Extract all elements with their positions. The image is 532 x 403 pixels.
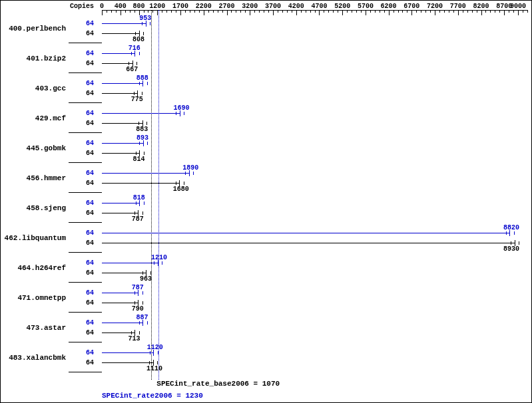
bar	[102, 23, 146, 24]
bar	[102, 53, 135, 54]
tick-minor	[477, 10, 477, 13]
error-cap	[142, 211, 143, 215]
tick-minor	[421, 10, 421, 13]
tick-major	[204, 10, 204, 15]
bar	[102, 93, 138, 94]
tick-minor	[236, 10, 236, 13]
tick-minor	[278, 10, 278, 13]
value-label: 787	[132, 284, 144, 291]
tick-minor	[264, 10, 264, 13]
error-cap	[150, 351, 150, 354]
tick-label: 0	[100, 3, 104, 10]
error-cap	[139, 142, 140, 145]
error-cap	[514, 231, 515, 235]
error-cap	[142, 92, 142, 95]
value-label: 953	[139, 15, 151, 22]
value-label: 716	[129, 45, 140, 52]
error-cap	[147, 321, 148, 325]
benchmark-name: 473.astar	[1, 324, 66, 332]
tick-minor	[453, 10, 454, 13]
benchmark-name: 400.perlbench	[1, 25, 66, 33]
ref-line-base	[151, 10, 152, 380]
copies-label: 64	[83, 150, 94, 157]
tick-minor	[301, 10, 302, 13]
copies-label: 64	[83, 359, 94, 366]
tick-minor	[130, 10, 131, 13]
tick-major	[518, 10, 519, 15]
value-label: 1110	[146, 365, 162, 372]
tick-label: 6200	[381, 3, 397, 10]
tick-major	[102, 10, 103, 15]
value-label: 8820	[503, 224, 519, 231]
error-cap	[139, 331, 140, 335]
value-label: 893	[136, 134, 148, 142]
bar	[102, 233, 510, 233]
tick-minor	[384, 10, 385, 13]
error-cap	[150, 22, 150, 25]
tick-label: 4700	[311, 3, 327, 10]
copies-label: 64	[83, 299, 94, 307]
bar	[102, 83, 143, 84]
value-label: 1210	[151, 254, 167, 261]
row-separator	[69, 102, 102, 103]
error-cap	[138, 122, 139, 125]
tick-minor	[125, 10, 126, 13]
copies-label: 64	[83, 170, 94, 177]
value-label: 713	[129, 335, 140, 342]
tick-minor	[472, 10, 473, 13]
value-label: 667	[126, 66, 138, 73]
tick-minor	[292, 10, 292, 13]
value-label: 775	[131, 96, 143, 103]
row-separator	[69, 342, 102, 342]
bar	[102, 183, 180, 184]
tick-minor	[402, 10, 403, 13]
tick-minor	[166, 10, 167, 13]
error-cap	[134, 301, 135, 305]
copies-label: 64	[83, 120, 94, 127]
tick-label: 400	[115, 3, 127, 10]
tick-label: 800	[133, 3, 145, 10]
error-cap	[147, 82, 148, 85]
tick-minor	[254, 10, 255, 13]
tick-major	[366, 10, 366, 15]
copies-label: 64	[83, 289, 94, 297]
copies-label: 64	[83, 80, 94, 87]
tick-minor	[333, 10, 334, 13]
row-separator	[69, 72, 102, 73]
tick-minor	[347, 10, 348, 13]
tick-minor	[310, 10, 311, 13]
row-separator	[69, 162, 102, 163]
error-cap	[144, 152, 144, 155]
error-cap	[135, 32, 136, 35]
value-label: 1690	[173, 104, 189, 112]
tick-label: 1200	[149, 3, 165, 10]
bar	[102, 213, 138, 213]
tick-minor	[394, 10, 394, 13]
error-cap	[506, 231, 507, 235]
tick-major	[435, 10, 435, 15]
tick-label: 8200	[473, 3, 489, 10]
tick-minor	[352, 10, 352, 13]
value-label: 1120	[147, 344, 163, 351]
tick-minor	[513, 10, 514, 13]
bar	[102, 143, 143, 144]
row-separator	[69, 222, 102, 223]
row-separator	[69, 372, 102, 372]
benchmark-name: 471.omnetpp	[1, 294, 66, 302]
bar	[102, 352, 154, 353]
tick-minor	[148, 10, 148, 13]
error-cap	[136, 152, 136, 155]
tick-label: 2700	[219, 3, 235, 10]
tick-minor	[338, 10, 338, 13]
value-label: 808	[133, 36, 144, 43]
tick-label: 6700	[403, 3, 419, 10]
bar	[102, 113, 180, 114]
bar	[102, 293, 138, 293]
error-cap	[184, 182, 184, 185]
tick-minor	[282, 10, 283, 13]
row-separator	[69, 192, 102, 193]
tick-minor	[107, 10, 107, 13]
error-cap	[511, 241, 511, 245]
tick-major	[504, 10, 505, 15]
benchmark-chart: 0400800120017002200270032003700420047005…	[0, 0, 532, 403]
